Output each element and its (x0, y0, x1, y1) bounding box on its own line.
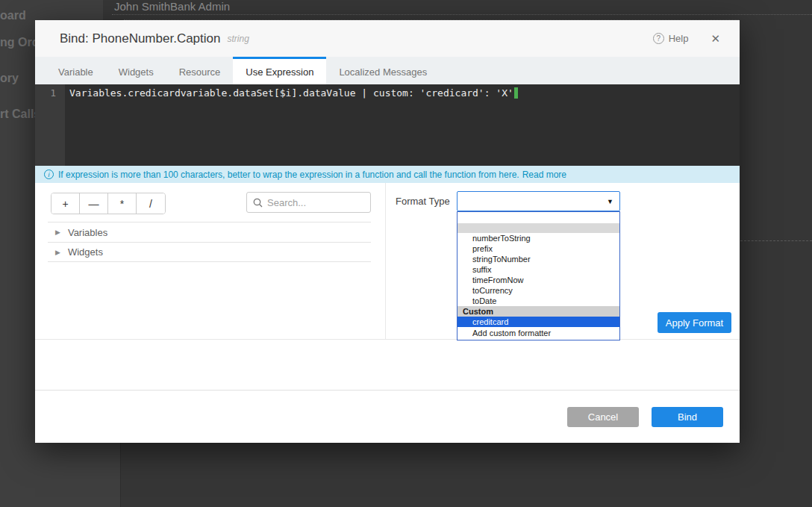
background-dashed-line (740, 240, 812, 241)
chevron-down-icon: ▼ (607, 198, 613, 205)
multiply-operator-button[interactable]: * (108, 193, 137, 214)
format-type-select[interactable]: ▼ (457, 191, 620, 211)
background-dotted-line (112, 14, 812, 15)
dialog-tabs: Variable Widgets Resource Use Expression… (35, 57, 740, 84)
operator-button-group: + — * / (51, 193, 166, 214)
info-icon: i (44, 169, 54, 179)
dropdown-option[interactable]: toDate (457, 296, 619, 306)
info-text: If expression is more than 100 character… (58, 169, 519, 180)
dialog-title: Bind: PhoneNumber.Caption (60, 31, 220, 46)
format-panel: Format Type ▼ numberToString prefix stri… (387, 183, 740, 339)
divide-operator-button[interactable]: / (137, 193, 165, 214)
dropdown-option[interactable]: numberToString (457, 233, 619, 243)
tab-localized-messages[interactable]: Localized Messages (326, 57, 440, 84)
tree-item-variables[interactable]: ▶ Variables (48, 222, 371, 242)
dropdown-option-empty-highlight[interactable] (457, 223, 619, 233)
line-number: 1 (50, 87, 56, 99)
dialog-header: Bind: PhoneNumber.Caption string ? Help … (35, 20, 740, 57)
read-more-link[interactable]: Read more (522, 169, 566, 180)
editor-cursor (514, 87, 518, 99)
tab-variable[interactable]: Variable (46, 57, 106, 84)
expression-info-bar: i If expression is more than 100 charact… (35, 166, 740, 183)
help-button[interactable]: ? Help (653, 33, 689, 44)
editor-gutter: 1 (35, 84, 65, 166)
dropdown-option-empty[interactable] (457, 212, 619, 223)
help-icon: ? (653, 33, 664, 44)
sidebar-item-fragment: oard (0, 9, 26, 22)
apply-format-button[interactable]: Apply Format (658, 312, 731, 333)
bind-dialog: Bind: PhoneNumber.Caption string ? Help … (35, 20, 740, 443)
background-user-header: John SmithBank Admin (114, 0, 230, 13)
tab-resource[interactable]: Resource (166, 57, 234, 84)
close-icon[interactable]: ✕ (708, 31, 723, 47)
dropdown-option[interactable]: suffix (457, 264, 619, 275)
dialog-empty-section (35, 340, 740, 390)
dialog-content: + — * / ▶ Variables ▶ Widgets (35, 183, 740, 340)
help-label: Help (669, 33, 689, 44)
cancel-button[interactable]: Cancel (567, 407, 639, 427)
chevron-right-icon: ▶ (55, 249, 60, 256)
dropdown-option-add-custom-formatter[interactable]: Add custom formatter (457, 327, 619, 339)
format-type-label: Format Type (396, 191, 450, 211)
plus-operator-button[interactable]: + (51, 193, 80, 214)
background-sidebar-bottom (0, 443, 121, 507)
dropdown-group-header-custom: Custom (457, 306, 619, 317)
dropdown-option[interactable]: stringToNumber (457, 254, 619, 264)
tab-use-expression[interactable]: Use Expression (233, 57, 326, 84)
tree-item-widgets[interactable]: ▶ Widgets (48, 242, 371, 262)
expression-helpers-panel: + — * / ▶ Variables ▶ Widgets (35, 183, 386, 339)
chevron-right-icon: ▶ (55, 228, 60, 236)
dropdown-option[interactable]: timeFromNow (457, 275, 619, 285)
editor-code-line[interactable]: Variables.credicardvariable.dataSet[$i].… (65, 84, 740, 166)
format-type-dropdown: numberToString prefix stringToNumber suf… (457, 211, 620, 340)
search-box[interactable] (246, 192, 371, 213)
dropdown-option-creditcard-selected[interactable]: creditcard (457, 317, 619, 327)
dropdown-option[interactable]: prefix (457, 243, 619, 254)
minus-operator-button[interactable]: — (80, 193, 108, 214)
tab-widgets[interactable]: Widgets (106, 57, 166, 84)
dialog-type-hint: string (227, 34, 249, 44)
dropdown-option[interactable]: toCurrency (457, 285, 619, 296)
dialog-footer: Cancel Bind (35, 390, 740, 443)
search-icon (253, 198, 263, 208)
binding-source-tree: ▶ Variables ▶ Widgets (48, 222, 371, 262)
expression-editor[interactable]: 1 Variables.credicardvariable.dataSet[$i… (35, 84, 740, 166)
sidebar-item-fragment: ory (0, 72, 19, 85)
search-input[interactable] (267, 197, 364, 208)
bind-button[interactable]: Bind (652, 407, 723, 427)
